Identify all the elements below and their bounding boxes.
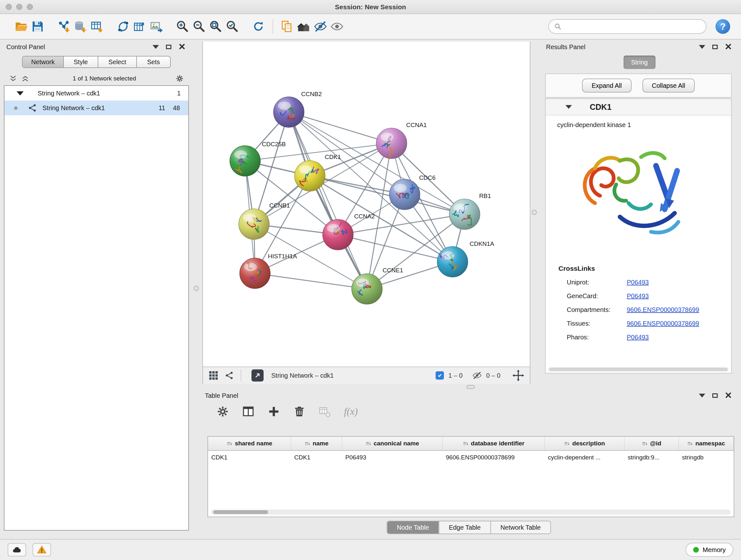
zoom-fit-button[interactable] (207, 17, 224, 36)
show-details-button[interactable] (329, 17, 345, 36)
open-in-new-button[interactable] (252, 369, 264, 381)
tab-network-table[interactable]: Network Table (490, 521, 550, 534)
panel-float-icon[interactable] (166, 45, 172, 49)
cell-shared-name[interactable]: CDK1 (208, 451, 291, 464)
scrollbar-thumb[interactable] (213, 510, 268, 514)
hidden-eye-slash-icon[interactable] (472, 371, 482, 380)
function-builder-button[interactable]: f(x) (344, 406, 358, 417)
warnings-button[interactable] (32, 543, 51, 557)
pan-crosshair-icon[interactable] (513, 370, 524, 381)
network-node-CDK1[interactable]: CDK1 (294, 153, 341, 191)
network-node-CDC6[interactable]: CDC6 (389, 174, 435, 210)
cell-id[interactable]: stringdb:9... (624, 451, 679, 464)
edge-CCNB2-CCNE1[interactable] (289, 112, 367, 289)
bottom-divider-handle[interactable] (467, 385, 475, 389)
expand-all-icon[interactable] (21, 74, 29, 83)
network-node-CDKN1A[interactable]: CDKN1A (437, 240, 494, 277)
memory-button[interactable]: Memory (685, 543, 733, 557)
tree-expand-icon[interactable] (17, 91, 23, 96)
panel-close-icon[interactable]: ✕ (725, 391, 732, 400)
expand-all-button[interactable]: Expand All (582, 78, 631, 92)
tab-sets[interactable]: Sets (136, 57, 170, 67)
column-header-description[interactable]: description (545, 437, 624, 450)
search-input[interactable] (565, 23, 701, 30)
right-divider-handle[interactable] (532, 210, 537, 215)
network-node-CCNB1[interactable]: CCNB1 (239, 202, 290, 240)
clone-network-button[interactable] (115, 17, 131, 36)
help-button[interactable]: ? (716, 19, 730, 34)
delete-table-button[interactable] (319, 405, 331, 418)
network-node-CCNB2[interactable]: CCNB2 (273, 91, 322, 127)
gear-icon[interactable] (176, 74, 184, 83)
network-collection-row[interactable]: String Network – cdk1 1 (4, 86, 188, 101)
tab-network[interactable]: Network (23, 57, 63, 67)
edge-CCNB2-CCNA1[interactable] (289, 112, 392, 143)
network-node-HIST1H1A[interactable]: HIST1H1A (240, 253, 297, 289)
panel-chevron-down-icon[interactable] (699, 45, 705, 49)
show-columns-button[interactable] (242, 405, 255, 418)
collapse-all-icon[interactable] (9, 74, 17, 83)
tab-style[interactable]: Style (63, 57, 98, 67)
network-overview-icon[interactable] (225, 371, 234, 380)
column-header-namespace[interactable]: namespac (679, 437, 734, 450)
cloud-button[interactable] (8, 543, 26, 557)
zoom-selected-button[interactable] (224, 17, 241, 36)
zoom-in-button[interactable] (174, 17, 191, 36)
edge-HIST1H1A-CCNE1[interactable] (255, 273, 367, 289)
delete-column-button[interactable] (293, 405, 306, 418)
edge-CCNA2-CDKN1A[interactable] (338, 235, 453, 262)
open-session-button[interactable] (13, 17, 29, 36)
zoom-out-button[interactable] (191, 17, 207, 36)
table-horizontal-scrollbar[interactable] (211, 509, 731, 515)
cell-database-identifier[interactable]: 9606.ENSP00000378699 (443, 451, 545, 464)
column-header-id[interactable]: @id (624, 437, 679, 450)
panel-chevron-down-icon[interactable] (152, 45, 159, 49)
left-divider-handle[interactable] (194, 286, 199, 291)
export-table-button[interactable] (131, 17, 148, 36)
import-network-database-button[interactable] (72, 17, 89, 36)
cell-name[interactable]: CDK1 (291, 451, 342, 464)
crosslink-link[interactable]: 9606.ENSP00000378699 (627, 320, 699, 327)
crosslink-link[interactable]: 9606.ENSP00000378699 (627, 306, 699, 314)
cell-canonical-name[interactable]: P06493 (342, 451, 443, 464)
network-node-CCNA1[interactable]: CCNA1 (376, 122, 427, 159)
panel-close-icon[interactable]: ✕ (179, 43, 186, 51)
table-settings-button[interactable] (216, 405, 229, 418)
import-network-file-button[interactable] (56, 17, 72, 36)
table-row[interactable]: CDK1 CDK1 P06493 9606.ENSP00000378699 cy… (208, 451, 734, 464)
results-horizontal-scrollbar[interactable] (548, 367, 729, 372)
add-column-button[interactable] (267, 405, 280, 418)
show-all-panels-button[interactable] (295, 17, 312, 36)
network-row[interactable]: String Network – cdk1 11 48 (4, 101, 188, 115)
panel-float-icon[interactable] (712, 45, 718, 49)
tab-select[interactable]: Select (98, 57, 136, 67)
network-canvas[interactable]: CCNB2CCNA1CDC25BCDK1CDC6RB1CCNB1CCNA2CDK… (203, 42, 530, 367)
hide-details-button[interactable] (312, 17, 329, 36)
tab-edge-table[interactable]: Edge Table (439, 521, 490, 534)
column-header-database-identifier[interactable]: database identifier (443, 437, 545, 450)
network-node-RB1[interactable]: RB1 (449, 192, 491, 230)
apply-layout-button[interactable] (250, 17, 267, 36)
panel-close-icon[interactable]: ✕ (725, 43, 732, 51)
tab-string[interactable]: String (623, 56, 656, 69)
column-header-shared-name[interactable]: shared name (208, 437, 291, 450)
tab-node-table[interactable]: Node Table (387, 521, 439, 534)
grid-icon[interactable] (209, 371, 218, 380)
import-table-button[interactable] (89, 17, 105, 36)
cell-namespace[interactable]: stringdb (679, 451, 734, 464)
crosslink-link[interactable]: P06493 (627, 293, 649, 300)
protein-section-header[interactable]: CDK1 (546, 99, 731, 116)
save-session-button[interactable] (29, 17, 46, 36)
collapse-all-button[interactable]: Collapse All (643, 78, 695, 92)
export-image-button[interactable] (148, 17, 165, 36)
cell-description[interactable]: cyclin-dependent ... (545, 451, 624, 464)
crosslink-link[interactable]: P06493 (627, 334, 649, 341)
crosslink-link[interactable]: P06493 (627, 279, 649, 286)
section-chevron-down-icon[interactable] (565, 105, 572, 109)
selected-checkbox-icon[interactable] (435, 371, 444, 380)
panel-chevron-down-icon[interactable] (699, 394, 705, 397)
panel-float-icon[interactable] (712, 393, 718, 398)
column-header-canonical-name[interactable]: canonical name (342, 437, 443, 450)
column-header-name[interactable]: name (291, 437, 342, 450)
copy-document-button[interactable] (279, 17, 295, 36)
